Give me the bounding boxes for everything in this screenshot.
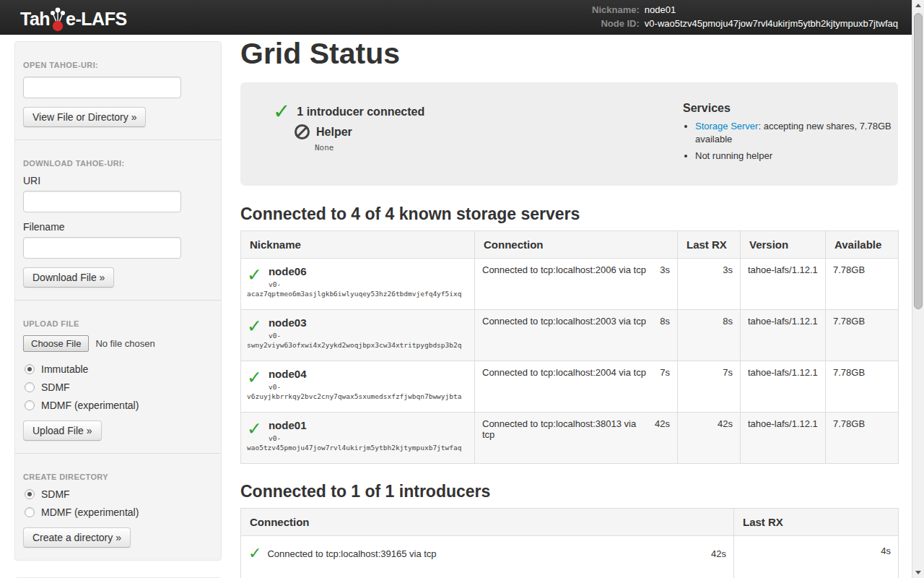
col-last-rx: Last RX xyxy=(734,509,899,536)
up-arrow-icon xyxy=(915,4,921,7)
filename-field-label: Filename xyxy=(23,221,213,233)
server-available: 7.78GB xyxy=(826,259,899,310)
connected-check-icon: ✓ xyxy=(247,316,262,337)
server-last-rx: 42s xyxy=(678,413,741,464)
upload-mdmf-radio[interactable] xyxy=(25,400,35,410)
server-version: tahoe-lafs/1.12.1 xyxy=(741,413,826,464)
node-id-label: Node ID: xyxy=(592,18,640,29)
storage-servers-table: Nickname Connection Last RX Version Avai… xyxy=(240,230,899,464)
connected-check-icon: ✓ xyxy=(247,264,262,286)
col-available: Available xyxy=(826,231,899,259)
upload-mdmf-label: MDMF (experimental) xyxy=(41,400,139,411)
introducer-connection: Connected to tcp:localhost:39165 via tcp xyxy=(267,548,436,559)
mkdir-sdmf-radio[interactable] xyxy=(25,489,35,499)
introducers-table-header-row: Connection Last RX xyxy=(241,509,899,536)
storage-server-link[interactable]: Storage Server xyxy=(695,121,758,131)
server-available: 7.78GB xyxy=(826,413,899,464)
connection-age: 7s xyxy=(660,367,670,378)
open-uri-section: OPEN TAHOE-URI: View File or Directory » xyxy=(15,42,221,140)
create-directory-label: CREATE DIRECTORY xyxy=(23,473,213,481)
scroll-up-button[interactable] xyxy=(912,0,924,12)
server-nickname: node01 xyxy=(247,418,468,433)
server-nickname: node03 xyxy=(247,316,468,330)
create-directory-section: CREATE DIRECTORY SDMF MDMF (experimental… xyxy=(15,454,221,560)
main-content: Grid Status ✓ 1 introducer connected Hel… xyxy=(240,35,898,578)
server-last-rx: 3s xyxy=(678,259,741,310)
services-title: Services xyxy=(683,102,898,115)
download-uri-section: DOWNLOAD TAHOE-URI: URI Filename Downloa… xyxy=(15,140,221,301)
nickname-value: node01 xyxy=(645,4,898,15)
helper-label: Helper xyxy=(316,126,352,139)
server-connection: Connected to tcp:localhost:38013 via tcp xyxy=(482,418,649,440)
server-row-node01: ✓ node01 v0-wao5tzv45pmoju47jow7rvl4ukir… xyxy=(241,413,899,464)
upload-immutable-radio[interactable] xyxy=(25,364,35,374)
server-connection: Connected to tcp:localhost:2004 via tcp xyxy=(482,367,646,378)
download-file-button[interactable]: Download File » xyxy=(23,267,114,288)
server-version: tahoe-lafs/1.12.1 xyxy=(741,310,826,361)
service-helper-item: Not running helper xyxy=(695,150,898,163)
connection-age: 8s xyxy=(660,316,670,327)
vertical-scrollbar[interactable] xyxy=(912,0,924,578)
server-peerid: v0-wao5tzv45pmoju47jow7rvl4ukirjm5ytbh2k… xyxy=(247,434,468,452)
col-connection: Connection xyxy=(475,231,678,259)
connection-age: 42s xyxy=(711,548,726,559)
connected-check-icon: ✓ xyxy=(247,367,262,389)
upload-file-button[interactable]: Upload File » xyxy=(23,420,102,441)
col-version: Version xyxy=(741,231,826,259)
server-last-rx: 7s xyxy=(678,361,741,413)
choose-file-button[interactable]: Choose File xyxy=(23,335,89,352)
upload-sdmf-radio[interactable] xyxy=(25,382,35,392)
down-arrow-icon xyxy=(915,571,921,574)
download-uri-label: DOWNLOAD TAHOE-URI: xyxy=(23,159,213,168)
server-connection: Connected to tcp:localhost:2003 via tcp xyxy=(482,316,646,327)
introducer-check-icon: ✓ xyxy=(273,101,290,122)
server-nickname: node06 xyxy=(247,264,468,279)
node-info: Nickname: node01 Node ID: v0-wao5tzv45pm… xyxy=(592,4,898,29)
grid-status-summary-box: ✓ 1 introducer connected Helper None Ser… xyxy=(240,82,898,186)
connection-age: 42s xyxy=(655,418,670,429)
upload-file-label: UPLOAD FILE xyxy=(23,319,213,328)
connected-check-icon: ✓ xyxy=(247,418,262,440)
open-uri-input[interactable] xyxy=(23,77,181,98)
introducer-row: ✓ Connected to tcp:localhost:39165 via t… xyxy=(241,536,899,578)
servers-heading: Connected to 4 of 4 known storage server… xyxy=(240,204,898,224)
content-area: OPEN TAHOE-URI: View File or Directory »… xyxy=(0,35,924,578)
filename-input[interactable] xyxy=(23,237,181,259)
server-peerid: v0-acaz7qptmeo6m3asjlgkb6iwlyuqey53hz26t… xyxy=(247,280,468,298)
mkdir-mdmf-radio[interactable] xyxy=(25,507,35,517)
view-file-button[interactable]: View File or Directory » xyxy=(23,107,146,127)
introducer-summary-text: 1 introducer connected xyxy=(297,105,424,118)
sidebar: OPEN TAHOE-URI: View File or Directory »… xyxy=(14,41,222,578)
page-title: Grid Status xyxy=(240,38,898,70)
server-peerid: v0-v6zuyjkbrrkqy2bvc2cny7qwax5sxumedsxfz… xyxy=(247,382,468,401)
no-file-chosen-text: No file chosen xyxy=(95,338,154,349)
logo-text-suffix: e-LAFS xyxy=(66,9,127,30)
introducers-heading: Connected to 1 of 1 introducers xyxy=(240,482,898,501)
tahoe-lafs-logo[interactable]: Tah e-LAFS xyxy=(20,5,127,33)
server-row-node03: ✓ node03 v0-swny2viyw63ofxwi4x2yykd2woqj… xyxy=(241,310,899,361)
server-last-rx: 8s xyxy=(678,310,741,361)
uri-field-label: URI xyxy=(23,175,213,186)
servers-table-header-row: Nickname Connection Last RX Version Avai… xyxy=(241,231,899,259)
page: Tah e-LAFS Nickname: node01 Node ID: v0-… xyxy=(0,0,924,578)
nickname-label: Nickname: xyxy=(592,4,640,15)
upload-immutable-label: Immutable xyxy=(41,363,88,375)
scrollbar-thumb[interactable] xyxy=(914,13,923,309)
server-available: 7.78GB xyxy=(826,361,899,413)
tahoe-balloons-icon xyxy=(49,6,66,33)
services-list: Storage Server: accepting new shares, 7.… xyxy=(683,120,898,163)
create-directory-button[interactable]: Create a directory » xyxy=(23,527,131,548)
status-left-column: ✓ 1 introducer connected Helper None xyxy=(273,101,683,168)
node-id-value: v0-wao5tzv45pmoju47jow7rvl4ukirjm5ytbh2k… xyxy=(645,18,898,29)
col-connection: Connection xyxy=(241,509,734,536)
scroll-down-button[interactable] xyxy=(912,566,924,578)
server-version: tahoe-lafs/1.12.1 xyxy=(741,259,826,310)
download-uri-input[interactable] xyxy=(23,191,181,212)
server-peerid: v0-swny2viyw63ofxwi4x2yykd2woqjbpx3cw34x… xyxy=(247,331,468,350)
sidebar-forms-panel: OPEN TAHOE-URI: View File or Directory »… xyxy=(14,41,222,561)
mkdir-mdmf-label: MDMF (experimental) xyxy=(41,506,139,518)
upload-file-section: UPLOAD FILE Choose File No file chosen I… xyxy=(15,301,221,454)
server-row-node04: ✓ node04 v0-v6zuyjkbrrkqy2bvc2cny7qwax5s… xyxy=(241,361,899,413)
connection-age: 3s xyxy=(660,264,670,275)
logo-text-prefix: Tah xyxy=(20,9,50,30)
